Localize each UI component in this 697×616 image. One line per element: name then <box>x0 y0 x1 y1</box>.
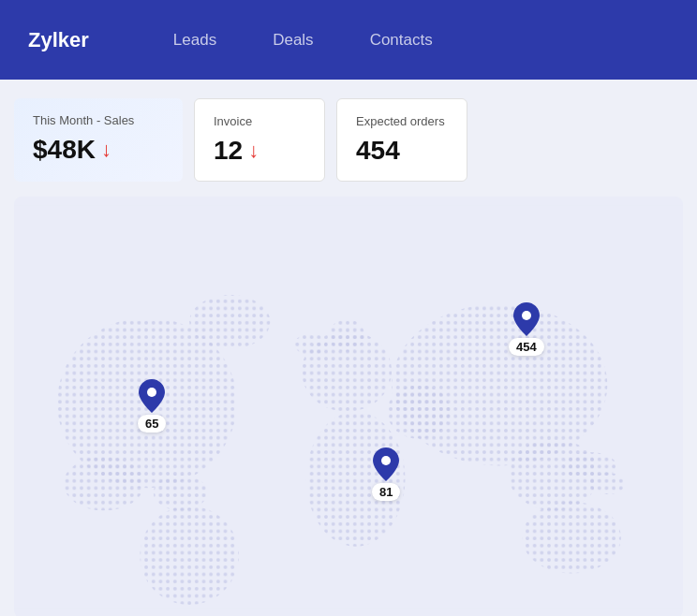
svg-point-5 <box>189 295 270 349</box>
map-svg <box>14 197 683 616</box>
nav: Leads Deals Contacts <box>173 31 433 50</box>
invoice-value: 12 ↓ <box>214 136 305 166</box>
pin-icon-north-america <box>139 379 165 413</box>
invoice-arrow: ↓ <box>248 140 259 161</box>
svg-point-19 <box>522 311 531 320</box>
world-map: 65 81 454 <box>14 197 683 616</box>
svg-point-10 <box>392 304 607 466</box>
stat-card-expected-orders: Expected orders 454 <box>336 98 467 182</box>
pin-icon-europe-asia <box>513 302 540 336</box>
pin-label-africa: 81 <box>372 483 400 501</box>
monthly-sales-label: This Month - Sales <box>33 113 164 127</box>
stat-card-monthly-sales: This Month - Sales $48K ↓ <box>14 98 183 182</box>
map-pin-africa: 81 <box>372 447 400 501</box>
nav-item-leads[interactable]: Leads <box>173 31 216 50</box>
nav-item-contacts[interactable]: Contacts <box>370 31 433 50</box>
svg-point-4 <box>154 475 208 510</box>
svg-point-12 <box>522 502 621 574</box>
svg-point-16 <box>589 473 625 494</box>
svg-point-13 <box>294 333 327 355</box>
logo: Zylker <box>28 28 89 52</box>
monthly-sales-arrow: ↓ <box>101 139 111 160</box>
invoice-label: Invoice <box>214 114 305 128</box>
stats-row: This Month - Sales $48K ↓ Invoice 12 ↓ E… <box>14 98 683 182</box>
main-content: This Month - Sales $48K ↓ Invoice 12 ↓ E… <box>0 80 697 616</box>
svg-point-18 <box>381 456 391 465</box>
pin-label-europe-asia: 454 <box>509 338 544 356</box>
nav-item-deals[interactable]: Deals <box>273 31 313 50</box>
svg-point-14 <box>329 319 364 352</box>
svg-point-17 <box>147 388 156 397</box>
svg-point-3 <box>64 457 144 511</box>
header: Zylker Leads Deals Contacts <box>0 0 697 80</box>
pin-label-north-america: 65 <box>138 415 166 433</box>
stat-card-invoice: Invoice 12 ↓ <box>194 98 325 182</box>
expected-orders-label: Expected orders <box>356 114 448 128</box>
pin-icon-africa <box>373 447 399 481</box>
svg-point-6 <box>140 506 239 606</box>
map-pin-north-america: 65 <box>138 379 166 433</box>
monthly-sales-value: $48K ↓ <box>33 135 164 165</box>
map-pin-europe-asia: 454 <box>509 302 544 356</box>
expected-orders-value: 454 <box>356 136 448 166</box>
